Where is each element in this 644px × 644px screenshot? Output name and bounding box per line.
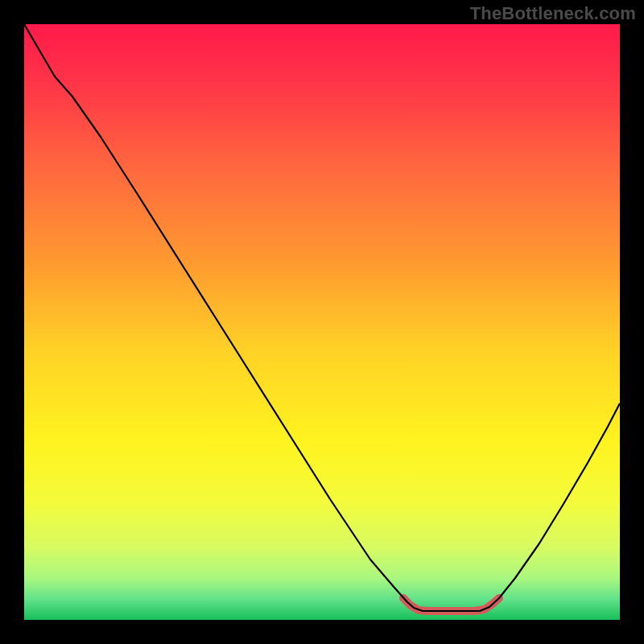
chart-svg [24, 24, 620, 620]
chart-frame: TheBottleneck.com [0, 0, 644, 644]
plot-area [24, 24, 620, 620]
watermark-text: TheBottleneck.com [470, 3, 636, 24]
gradient-background [24, 24, 620, 620]
